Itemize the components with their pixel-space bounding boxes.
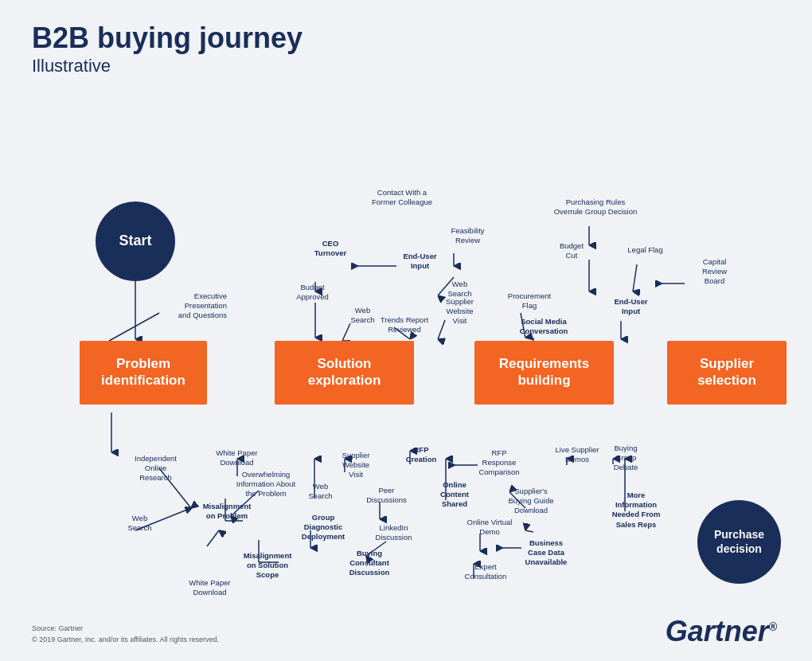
lbl-white-paper-upper: White PaperDownload — [207, 448, 267, 468]
lbl-peer-discussions: PeerDiscussions — [361, 486, 412, 506]
gartner-text: Gartner — [666, 615, 769, 647]
lbl-overwhelming-info: OverwhelmingInformation Aboutthe Problem — [230, 470, 302, 499]
page-container: B2B buying journey Illustrative — [0, 0, 812, 661]
lbl-trends-report: Trends ReportReviewed — [373, 315, 436, 335]
lbl-supplier-website-bot: SupplierWebsiteVisit — [328, 451, 384, 480]
lbl-exec-presentation: ExecutivePresentationand Questions — [155, 291, 227, 321]
phase-problem: Problemidentification — [80, 341, 207, 405]
footer-copyright: © 2019 Gartner, Inc. and/or its affiliat… — [32, 635, 219, 646]
svg-line-24 — [207, 530, 219, 546]
phase-supplier: Supplierselection — [667, 341, 787, 405]
svg-line-8 — [342, 323, 350, 341]
lbl-contact-colleague: Contact With aFormer Colleague — [362, 188, 442, 208]
lbl-misalignment-solution: Misalignmenton SolutionScope — [236, 551, 299, 581]
gartner-logo: Gartner® — [666, 615, 777, 648]
lbl-group-diagnostic: GroupDiagnosticDeployment — [291, 513, 356, 542]
lbl-business-case: BusinessCase DataUnavailable — [513, 538, 579, 568]
page-subtitle: Illustrative — [32, 56, 780, 76]
lbl-ceo-turnover: CEOTurnover — [303, 239, 358, 259]
lbl-linkedin: LinkedInDiscussion — [368, 523, 420, 543]
svg-line-43 — [525, 530, 533, 532]
svg-line-5 — [109, 313, 159, 341]
footer-source: Source: Gartner — [32, 624, 219, 635]
gartner-registered: ® — [769, 620, 777, 633]
purchase-decision-circle: Purchasedecision — [697, 500, 781, 584]
phase-solution: Solutionexploration — [275, 341, 414, 405]
lbl-buying-group-debate: BuyingGroupDebate — [599, 444, 653, 473]
lbl-expert-consultation: ExpertConsultation — [457, 562, 514, 582]
lbl-suppliers-guide: Supplier'sBuying GuideDownload — [500, 487, 562, 516]
lbl-online-virtual-demo: Online VirtualDemo — [462, 518, 517, 538]
lbl-web-search-mid: WebSearch — [438, 280, 482, 299]
lbl-budget-approved: BudgetApproved — [283, 283, 342, 303]
lbl-procurement-flag: ProcurementFlag — [502, 291, 557, 311]
lbl-more-info-needed: MoreInformationNeeded FromSales Reps — [603, 491, 669, 530]
lbl-white-paper-lower: White PaperDownload — [180, 578, 240, 598]
lbl-misalignment-problem: Misalignmenton Problem — [195, 502, 259, 522]
lbl-budget-cut: BudgetCut — [548, 241, 595, 261]
lbl-online-content: OnlineContentShared — [427, 480, 482, 510]
phase-solution-label: Solutionexploration — [308, 356, 381, 389]
lbl-rfp-response: RFPResponseComparison — [468, 448, 530, 478]
lbl-buying-consultant: BuyingConsultantDiscussion — [337, 549, 402, 578]
lbl-web-search-sol-lower: WebSearch — [299, 482, 342, 502]
lbl-legal-flag: Legal Flag — [619, 245, 671, 255]
start-label: Start — [119, 233, 151, 249]
phase-requirements: Requirementsbuilding — [474, 341, 614, 405]
lbl-web-search-bottom: WebSearch — [118, 514, 162, 534]
purchase-decision-label: Purchasedecision — [714, 527, 764, 556]
phase-requirements-label: Requirementsbuilding — [499, 356, 589, 389]
lbl-end-user-input-right: End-UserInput — [605, 297, 657, 317]
svg-line-19 — [633, 264, 637, 291]
phase-supplier-label: Supplierselection — [697, 356, 756, 389]
lbl-live-supplier-demos: Live SupplierDemos — [549, 445, 605, 465]
diagram: Start Problemidentification Solutionexpl… — [32, 86, 780, 580]
start-circle: Start — [96, 201, 175, 281]
lbl-capital-review: CapitalReviewBoard — [685, 257, 744, 287]
lbl-purchasing-rules: Purchasing RulesOverrule Group Decision — [548, 198, 643, 217]
lbl-independent-research: IndependentOnlineResearch — [126, 454, 185, 483]
lbl-supplier-website-top: SupplierWebsiteVisit — [430, 297, 490, 327]
lbl-feasibility: FeasibilityReview — [438, 226, 498, 246]
lbl-social-media: Social MediaConversation — [508, 317, 580, 337]
footer: Source: Gartner © 2019 Gartner, Inc. and… — [32, 624, 219, 645]
phase-problem-label: Problemidentification — [101, 356, 185, 389]
page-title: B2B buying journey — [32, 22, 780, 54]
lbl-rfp-creation: RFPCreation — [397, 445, 445, 465]
lbl-end-user-input-left: End-UserInput — [394, 252, 446, 272]
